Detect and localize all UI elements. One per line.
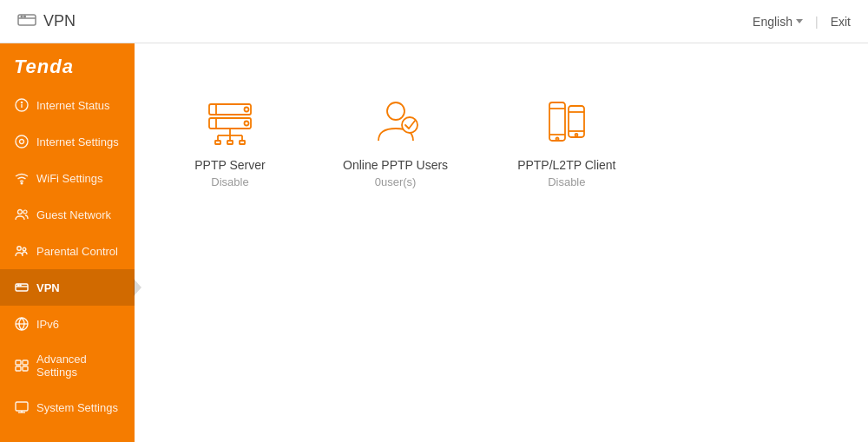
system-icon xyxy=(14,399,30,415)
sidebar-item-internet-settings[interactable]: Internet Settings xyxy=(0,123,135,160)
svg-point-30 xyxy=(245,108,249,112)
vpn-card-pptp-client[interactable]: PPTP/L2TP Client Disable xyxy=(517,96,615,188)
online-users-title: Online PPTP Users xyxy=(343,158,448,172)
vpn-cards: PPTP Server Disable Online PPTP Users xyxy=(187,96,816,188)
svg-rect-38 xyxy=(215,141,220,144)
pptp-client-icon xyxy=(536,96,597,148)
svg-point-11 xyxy=(23,210,27,214)
sidebar-label-guest-network: Guest Network xyxy=(36,208,111,221)
guest-icon xyxy=(14,207,30,222)
sidebar-item-vpn[interactable]: VPN xyxy=(0,269,135,306)
svg-point-9 xyxy=(21,182,23,184)
svg-point-17 xyxy=(20,285,21,286)
svg-point-6 xyxy=(21,102,22,102)
ipv6-icon xyxy=(14,316,30,332)
header-right: English | Exit xyxy=(753,15,851,29)
svg-point-46 xyxy=(556,138,558,141)
info-circle-icon xyxy=(14,97,30,113)
sidebar-item-parental-control[interactable]: Parental Control xyxy=(0,233,135,269)
settings-circle-icon xyxy=(14,134,30,149)
sidebar: Tenda Internet Status xyxy=(0,43,135,442)
language-label: English xyxy=(753,15,792,29)
svg-point-13 xyxy=(23,247,26,251)
advanced-icon xyxy=(14,358,30,373)
sidebar-label-advanced-settings: Advanced Settings xyxy=(36,353,121,379)
svg-point-8 xyxy=(20,140,24,144)
header-divider: | xyxy=(815,15,819,29)
sidebar-label-system-settings: System Settings xyxy=(36,401,118,414)
svg-point-7 xyxy=(16,135,28,148)
pptp-server-status: Disable xyxy=(211,175,248,188)
content-area: PPTP Server Disable Online PPTP Users xyxy=(135,43,868,442)
vpn-header-icon xyxy=(17,12,36,31)
svg-point-3 xyxy=(24,16,26,17)
vpn-card-pptp-server[interactable]: PPTP Server Disable xyxy=(187,96,273,188)
svg-rect-40 xyxy=(240,141,245,144)
svg-rect-24 xyxy=(16,402,28,411)
pptp-client-title: PPTP/L2TP Client xyxy=(517,158,615,172)
vpn-side-icon xyxy=(14,280,30,295)
svg-rect-23 xyxy=(23,366,28,371)
chevron-down-icon xyxy=(796,19,803,23)
exit-button[interactable]: Exit xyxy=(831,15,851,29)
sidebar-label-parental-control: Parental Control xyxy=(36,245,118,258)
parental-icon xyxy=(14,243,30,259)
vpn-card-online-users[interactable]: Online PPTP Users 0user(s) xyxy=(343,96,448,188)
svg-point-50 xyxy=(575,134,577,136)
sidebar-label-wifi-settings: WiFi Settings xyxy=(36,172,103,185)
main-layout: Tenda Internet Status xyxy=(0,43,868,442)
pptp-client-status: Disable xyxy=(548,175,585,188)
online-users-icon xyxy=(365,96,426,148)
sidebar-item-ipv6[interactable]: IPv6 xyxy=(0,306,135,342)
svg-point-16 xyxy=(17,285,18,286)
svg-point-31 xyxy=(245,122,249,126)
svg-point-41 xyxy=(387,102,404,120)
sidebar-item-system-settings[interactable]: System Settings xyxy=(0,389,135,426)
sidebar-nav: Internet Status Internet Settings xyxy=(0,87,135,426)
svg-rect-21 xyxy=(23,360,28,365)
sidebar-item-internet-status[interactable]: Internet Status xyxy=(0,87,135,123)
svg-rect-22 xyxy=(16,366,21,371)
svg-point-10 xyxy=(18,210,23,214)
wifi-icon xyxy=(14,170,30,186)
sidebar-item-advanced-settings[interactable]: Advanced Settings xyxy=(0,342,135,389)
language-selector[interactable]: English xyxy=(753,15,803,29)
sidebar-label-vpn: VPN xyxy=(36,281,60,294)
svg-rect-20 xyxy=(16,360,21,365)
page-title: VPN xyxy=(43,12,76,30)
sidebar-item-guest-network[interactable]: Guest Network xyxy=(0,196,135,233)
sidebar-label-internet-status: Internet Status xyxy=(36,99,110,112)
svg-point-12 xyxy=(17,247,21,250)
sidebar-logo: Tenda xyxy=(0,43,135,87)
svg-point-2 xyxy=(21,16,23,17)
sidebar-label-internet-settings: Internet Settings xyxy=(36,135,119,148)
header: VPN English | Exit xyxy=(0,0,868,43)
page-title-bar: VPN xyxy=(17,12,76,31)
sidebar-item-wifi-settings[interactable]: WiFi Settings xyxy=(0,160,135,196)
pptp-server-title: PPTP Server xyxy=(194,158,265,172)
svg-rect-47 xyxy=(569,106,584,137)
sidebar-label-ipv6: IPv6 xyxy=(36,318,59,331)
svg-point-42 xyxy=(402,117,418,133)
online-users-status: 0user(s) xyxy=(375,175,417,188)
svg-rect-39 xyxy=(227,141,233,144)
pptp-server-icon xyxy=(200,96,260,148)
